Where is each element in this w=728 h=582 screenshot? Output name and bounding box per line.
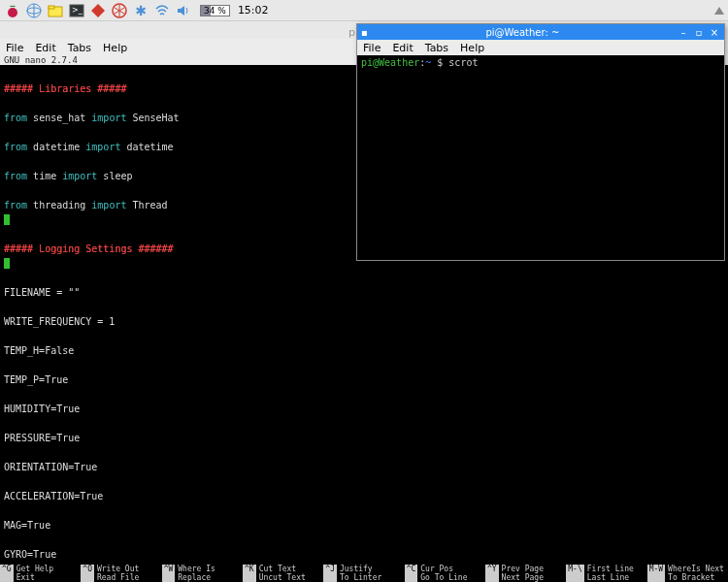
shortcut-label: Go To Line: [420, 573, 467, 582]
terminal-icon[interactable]: >_: [68, 2, 85, 19]
terminal-window: ▪ pi@Weather: ~ – ▫ × File Edit Tabs Hel…: [356, 23, 725, 261]
wifi-icon[interactable]: [153, 2, 171, 19]
shortcut-label: Justify: [340, 565, 381, 573]
minimize-button[interactable]: –: [678, 27, 689, 38]
bg-menu-help[interactable]: Help: [103, 42, 127, 54]
shortcut-label: Next Page: [502, 573, 544, 582]
code-line: HUMIDITY=True: [4, 404, 80, 414]
shortcut-label: First Line: [587, 565, 634, 573]
terminal-command: scrot: [448, 57, 478, 68]
txt: sleep: [97, 171, 132, 181]
term-menu-edit[interactable]: Edit: [392, 42, 413, 54]
shortcut-label: Get Help: [17, 565, 54, 573]
shortcut-label: Last Line: [587, 573, 634, 582]
shortcut-label: WhereIs Next: [668, 565, 724, 573]
code-line: WRITE_FREQUENCY = 1: [4, 316, 115, 327]
shortcut-key: ^W: [162, 565, 176, 582]
shortcut-key: M-\: [566, 565, 583, 582]
term-menu-file[interactable]: File: [363, 42, 381, 54]
shortcut-label: Write Out: [97, 565, 139, 573]
code-line: MAG=True: [4, 520, 50, 531]
terminal-icon: ▪: [361, 27, 368, 38]
shortcut-key: ^G: [0, 565, 14, 582]
shortcut-label: To Linter: [340, 573, 381, 582]
kw: import: [91, 200, 126, 210]
web-browser-icon[interactable]: [25, 2, 43, 19]
bg-menu-tabs[interactable]: Tabs: [68, 42, 91, 54]
shortcut-label: Read File: [97, 573, 139, 582]
file-manager-icon[interactable]: [47, 2, 64, 19]
shortcut-label: Exit: [17, 573, 54, 582]
prompt-host: pi@Weather: [361, 57, 419, 68]
svg-text:>_: >_: [72, 6, 83, 15]
kw: import: [85, 142, 120, 152]
terminal-title: pi@Weather: ~: [372, 27, 674, 38]
bluetooth-icon[interactable]: ✱: [132, 2, 149, 19]
shortcut-key: ^C: [405, 565, 418, 582]
tray-expand-icon[interactable]: [714, 7, 724, 15]
shortcut-key: ^O: [81, 565, 94, 582]
code-line: ORIENTATION=True: [4, 462, 97, 472]
txt: Thread: [126, 200, 167, 210]
volume-icon[interactable]: [175, 2, 192, 19]
shortcut-label: Uncut Text: [259, 573, 306, 582]
svg-point-0: [8, 8, 17, 17]
nano-shortcuts: ^GGet HelpExit ^OWrite OutRead File ^WWh…: [0, 565, 728, 582]
code-line: TEMP_P=True: [4, 374, 68, 385]
cursor: [4, 258, 10, 269]
cursor: [4, 214, 10, 225]
nano-version: GNU nano 2.7.4: [4, 55, 78, 65]
code-line: ACCELERATION=True: [4, 491, 103, 501]
code-line: PRESSURE=True: [4, 433, 80, 443]
clock[interactable]: 15:02: [238, 4, 269, 16]
kw: from: [4, 113, 27, 123]
shortcut-label: Cur Pos: [420, 565, 467, 573]
txt: SenseHat: [126, 113, 179, 123]
svg-rect-5: [49, 6, 54, 9]
maximize-button[interactable]: ▫: [693, 27, 705, 38]
shortcut-label: Replace: [178, 573, 215, 582]
mathematica-icon[interactable]: [89, 2, 107, 19]
code-line: GYRO=True: [4, 549, 56, 560]
kw: from: [4, 142, 27, 152]
shortcut-label: Prev Page: [502, 565, 544, 573]
battery-indicator[interactable]: 34 %: [200, 5, 230, 16]
term-menu-tabs[interactable]: Tabs: [425, 42, 448, 54]
terminal-body[interactable]: pi@Weather:~ $ scrot: [357, 55, 724, 260]
txt: datetime: [120, 142, 173, 152]
kw: from: [4, 171, 27, 181]
section-header: ##### Logging Settings ######: [4, 243, 174, 254]
kw: import: [91, 113, 126, 123]
txt: $: [431, 57, 448, 68]
terminal-titlebar[interactable]: ▪ pi@Weather: ~ – ▫ ×: [357, 24, 724, 40]
svg-marker-8: [91, 4, 105, 17]
term-menu-help[interactable]: Help: [460, 42, 484, 54]
shortcut-key: ^Y: [485, 565, 499, 582]
shortcut-key: ^J: [323, 565, 337, 582]
wolfram-icon[interactable]: [111, 2, 128, 19]
txt: sense_hat: [27, 113, 91, 123]
kw: from: [4, 200, 27, 210]
code-line: FILENAME = "": [4, 287, 80, 298]
taskbar: >_ ✱ 34 % 15:02: [0, 0, 728, 21]
txt: datetime: [27, 142, 85, 152]
txt: time: [27, 171, 62, 181]
raspberry-menu-icon[interactable]: [4, 2, 21, 19]
txt: threading: [27, 200, 91, 210]
close-button[interactable]: ×: [709, 27, 720, 38]
bg-menu-file[interactable]: File: [6, 42, 23, 54]
kw: import: [62, 171, 97, 181]
terminal-menubar: File Edit Tabs Help: [357, 40, 724, 55]
section-header: ##### Libraries #####: [4, 83, 126, 94]
shortcut-label: To Bracket: [668, 573, 724, 582]
code-line: TEMP_H=False: [4, 345, 74, 356]
svg-marker-10: [178, 6, 184, 16]
shortcut-key: M-W: [647, 565, 665, 582]
shortcut-key: ^K: [243, 565, 256, 582]
shortcut-label: Cut Text: [259, 565, 306, 573]
shortcut-label: Where Is: [178, 565, 215, 573]
bg-menu-edit[interactable]: Edit: [35, 42, 55, 54]
